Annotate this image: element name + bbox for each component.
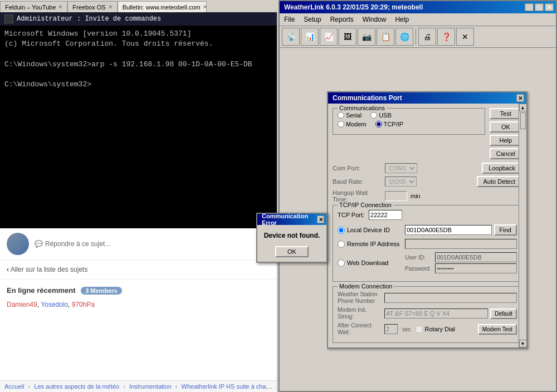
web-download-radio[interactable] <box>338 259 345 267</box>
menu-file[interactable]: File <box>280 14 299 24</box>
menu-window[interactable]: Window <box>358 14 391 24</box>
breadcrumb-home[interactable]: Accueil <box>4 383 24 390</box>
reply-icon: 💬 <box>35 240 43 248</box>
serial-radio[interactable] <box>338 112 344 119</box>
toolbar-close-button[interactable]: ✕ <box>456 28 474 46</box>
tab-bulletin[interactable]: Bulletin: www.meteobell.com ✕ <box>118 1 207 12</box>
reply-button[interactable]: 💬 Répondre à ce sujet... <box>35 240 110 248</box>
password-label: Password: <box>405 266 433 272</box>
modem-test-button[interactable]: Modem Test <box>478 324 517 335</box>
tab-freebox[interactable]: Freebox OS ✕ <box>67 1 117 12</box>
ok-button[interactable]: OK <box>490 121 522 133</box>
toolbar-help-button[interactable]: ❓ <box>437 28 455 46</box>
toolbar-noaa-button[interactable]: 🌐 <box>395 28 413 46</box>
scroll-down-arrow[interactable]: ▼ <box>519 340 527 347</box>
tcp-port-input[interactable] <box>369 210 402 220</box>
cmd-title: Administrateur : Invite de commandes <box>17 15 161 23</box>
tcpip-radio-label[interactable]: TCP/IP <box>375 121 403 128</box>
usb-radio-label[interactable]: USB <box>370 112 392 119</box>
modem-radio-label[interactable]: Modem <box>338 121 367 128</box>
com-port-label: Com Port: <box>333 165 383 171</box>
usb-radio[interactable] <box>370 112 377 119</box>
local-device-input[interactable] <box>405 225 492 235</box>
cmd-line-6: C:\Windows\system32> <box>4 80 272 90</box>
modem-label-radio: Modem <box>346 121 367 128</box>
cmd-window: Administrateur : Invite de commandes Mic… <box>0 12 277 228</box>
menu-help[interactable]: Help <box>390 14 413 24</box>
forum-area: 💬 Répondre à ce sujet... ‹ Aller sur la … <box>0 228 277 392</box>
toolbar-camera-button[interactable]: 📷 <box>358 28 375 46</box>
comm-dialog-title: Communications Port <box>333 94 402 102</box>
member-link-damien[interactable]: Damien49 <box>7 301 37 308</box>
error-dialog-close[interactable]: ✕ <box>317 215 324 223</box>
toolbar-chart-button[interactable]: 📈 <box>320 28 338 46</box>
breadcrumb-autres[interactable]: Les autres aspects de la météo <box>34 383 119 390</box>
tcpip-radio[interactable] <box>375 121 382 128</box>
modem-group: Modem Connection Weather StationPhone Nu… <box>333 286 522 343</box>
cancel-button[interactable]: Cancel <box>490 148 522 159</box>
toolbar-print-button[interactable]: 🖨 <box>418 28 436 46</box>
tab-youtube[interactable]: Felduin – YouTube ✕ <box>0 1 67 12</box>
com-port-row: Com Port: COM1 Loopback <box>333 163 522 174</box>
error-message: Device not found. <box>263 232 321 239</box>
modem-group-title: Modem Connection <box>338 283 394 290</box>
baud-rate-row: Baud Rate: 19200 Auto Detect <box>333 176 522 187</box>
online-links: Damien49, Yosedolo, 970hPa <box>7 299 270 311</box>
error-ok-button[interactable]: OK <box>275 246 309 257</box>
help-button[interactable]: Help <box>490 135 522 146</box>
find-button[interactable]: Find <box>494 224 517 236</box>
cmd-titlebar: Administrateur : Invite de commandes <box>0 12 277 26</box>
loopback-button[interactable]: Loopback <box>482 163 522 174</box>
reply-label: Répondre à ce sujet... <box>45 240 110 248</box>
member-link-970hpa[interactable]: 970hPa <box>72 301 95 308</box>
breadcrumb-instrumentation[interactable]: Instrumentation <box>129 383 172 390</box>
wl-minimize-button[interactable]: _ <box>525 3 534 11</box>
online-title-text: En ligne récemment <box>7 286 76 295</box>
modem-init-row: Modem Init. String: Default <box>338 307 517 320</box>
cmd-icon <box>4 14 13 23</box>
modem-init-label: Modem Init. String: <box>338 307 382 320</box>
baud-rate-select[interactable]: 19200 <box>385 177 417 187</box>
remote-ip-input[interactable] <box>405 239 517 249</box>
password-input <box>435 263 517 273</box>
toolbar-image-button[interactable]: 🖼 <box>339 28 356 46</box>
test-button[interactable]: Test <box>490 108 522 119</box>
wl-maximize-button[interactable]: □ <box>535 3 544 11</box>
member-link-yosedolo[interactable]: Yosedolo <box>41 301 68 308</box>
web-download-row: Web Download User ID: Password: <box>338 252 517 273</box>
scroll-thumb[interactable] <box>520 112 526 129</box>
comm-dialog-titlebar: Communications Port ✕ <box>328 92 526 104</box>
hangup-input <box>385 191 407 201</box>
menu-setup[interactable]: Setup <box>299 14 325 24</box>
default-button[interactable]: Default <box>490 308 517 319</box>
tab-close-freebox[interactable]: ✕ <box>108 4 113 10</box>
weather-station-label: Weather StationPhone Number <box>338 291 382 305</box>
com-port-select[interactable]: COM1 <box>385 163 417 173</box>
breadcrumb-wheatherlink[interactable]: Wheatherlink IP HS suite à chan... <box>182 383 275 390</box>
tab-close-youtube[interactable]: ✕ <box>58 4 62 10</box>
toolbar-separator <box>416 28 416 45</box>
toolbar-station-button[interactable]: 📡 <box>282 28 300 46</box>
local-device-radio[interactable] <box>338 227 345 234</box>
comm-type-row1: Serial USB <box>338 112 480 119</box>
error-dialog-body: Device not found. OK <box>257 225 326 262</box>
com-port-combo[interactable]: COM1 <box>385 163 417 173</box>
remote-ip-radio[interactable] <box>338 241 345 248</box>
menu-reports[interactable]: Reports <box>326 14 358 24</box>
weather-station-input <box>384 293 517 303</box>
baud-rate-label: Baud Rate: <box>333 178 383 185</box>
modem-radio[interactable] <box>338 121 344 128</box>
serial-radio-label[interactable]: Serial <box>338 112 361 119</box>
tab-close-bulletin[interactable]: ✕ <box>203 4 207 10</box>
scroll-up-arrow[interactable]: ▲ <box>519 104 527 111</box>
toolbar-graph-button[interactable]: 📊 <box>301 28 319 46</box>
dialog-scrollbar[interactable]: ▲ ▼ <box>519 104 526 347</box>
toolbar-log-button[interactable]: 📋 <box>377 28 394 46</box>
rotary-dial-row: Rotary Dial <box>416 326 455 333</box>
tcpip-label-radio: TCP/IP <box>384 121 403 128</box>
nav-back-link[interactable]: Aller sur la liste des sujets <box>11 266 88 273</box>
wl-close-button[interactable]: ✕ <box>545 3 554 11</box>
auto-detect-button[interactable]: Auto Detect <box>477 176 522 187</box>
comm-dialog-close[interactable]: ✕ <box>516 94 524 102</box>
baud-rate-combo[interactable]: 19200 <box>385 177 417 187</box>
